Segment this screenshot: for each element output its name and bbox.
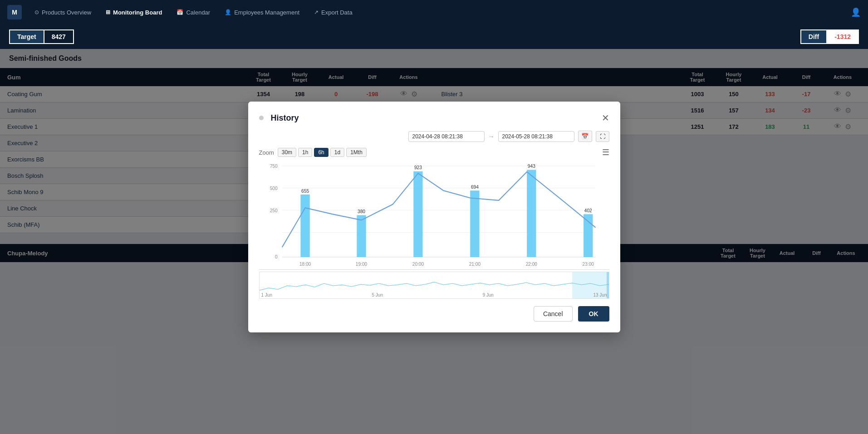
user-avatar[interactable]: 👤 — [851, 7, 861, 17]
mini-label-2: 5 Jun — [372, 293, 383, 297]
products-icon: ⊙ — [34, 9, 39, 15]
mini-chart-area[interactable]: 1 Jun 5 Jun 9 Jun 13 Jun — [259, 272, 609, 299]
svg-text:923: 923 — [414, 165, 422, 170]
cancel-button[interactable]: Cancel — [534, 306, 573, 322]
zoom-1mth[interactable]: 1Mth — [346, 148, 367, 157]
svg-rect-21 — [470, 190, 479, 257]
chart-area: 750 500 250 0 18:00 19:00 20:00 21:00 22… — [259, 161, 609, 270]
modal-header: History ✕ — [259, 112, 609, 123]
history-modal: History ✕ → 📅 ⛶ Zoom 30m 1h 6h 1d 1Mth ☰ — [248, 102, 620, 332]
target-label: Target — [10, 30, 44, 43]
chart-svg: 750 500 250 0 18:00 19:00 20:00 21:00 22… — [259, 161, 609, 269]
nav-employees[interactable]: 👤 Employees Management — [219, 6, 305, 19]
modal-dot-indicator — [259, 116, 264, 120]
target-value: 8427 — [44, 30, 73, 43]
modal-close-button[interactable]: ✕ — [602, 112, 609, 123]
svg-rect-19 — [413, 171, 422, 257]
zoom-1h[interactable]: 1h — [298, 148, 312, 157]
zoom-6h[interactable]: 6h — [314, 148, 328, 157]
nav-monitoring-board[interactable]: ⊞ Monitoring Board — [100, 6, 167, 19]
svg-rect-23 — [527, 170, 536, 257]
svg-text:250: 250 — [270, 208, 277, 213]
svg-text:750: 750 — [270, 163, 277, 169]
diff-label: Diff — [800, 29, 826, 44]
mini-label-3: 9 Jun — [482, 293, 493, 297]
svg-text:380: 380 — [358, 209, 365, 214]
calendar-picker-button[interactable]: 📅 — [578, 131, 592, 142]
svg-text:20:00: 20:00 — [412, 261, 424, 267]
diff-box: Diff -1312 — [800, 29, 859, 44]
mini-label-4: 13 Jun — [593, 293, 607, 297]
mini-label-1: 1 Jun — [261, 293, 272, 297]
svg-text:18:00: 18:00 — [299, 261, 311, 267]
svg-rect-17 — [357, 215, 366, 257]
svg-text:19:00: 19:00 — [355, 261, 367, 267]
sub-header: Target 8427 Diff -1312 — [0, 24, 868, 49]
diff-value: -1312 — [826, 29, 859, 44]
modal-overlay: History ✕ → 📅 ⛶ Zoom 30m 1h 6h 1d 1Mth ☰ — [0, 49, 868, 434]
modal-date-row: → 📅 ⛶ — [259, 131, 609, 142]
main-content: Semi-finished Goods Gum TotalTarget Hour… — [0, 49, 868, 434]
date-to-input[interactable] — [498, 131, 574, 142]
svg-text:21:00: 21:00 — [469, 261, 481, 267]
svg-text:0: 0 — [275, 254, 277, 259]
zoom-1d[interactable]: 1d — [330, 148, 344, 157]
calendar-icon: 📅 — [177, 9, 183, 15]
svg-text:943: 943 — [527, 163, 535, 169]
modal-zoom-row: Zoom 30m 1h 6h 1d 1Mth ☰ — [259, 147, 609, 157]
date-from-input[interactable] — [408, 131, 485, 142]
target-box: Target 8427 — [9, 29, 74, 44]
export-icon: ↗ — [314, 9, 319, 15]
modal-footer: Cancel OK — [259, 306, 609, 322]
fullscreen-button[interactable]: ⛶ — [596, 131, 609, 142]
svg-text:23:00: 23:00 — [582, 261, 594, 267]
svg-text:500: 500 — [270, 185, 277, 191]
top-navigation: M ⊙ Products Overview ⊞ Monitoring Board… — [0, 0, 868, 24]
employees-icon: 👤 — [225, 9, 231, 15]
ok-button[interactable]: OK — [578, 306, 609, 322]
nav-products-overview[interactable]: ⊙ Products Overview — [29, 6, 97, 19]
svg-text:694: 694 — [471, 184, 478, 190]
date-arrow-icon: → — [488, 133, 495, 140]
svg-text:22:00: 22:00 — [525, 261, 537, 267]
monitoring-icon: ⊞ — [106, 9, 110, 15]
svg-rect-25 — [584, 214, 593, 257]
nav-export[interactable]: ↗ Export Data — [309, 6, 358, 19]
app-logo: M — [7, 5, 22, 20]
nav-calendar[interactable]: 📅 Calendar — [171, 6, 216, 19]
modal-title: History — [271, 113, 299, 123]
svg-text:655: 655 — [301, 188, 309, 193]
zoom-label: Zoom — [259, 149, 274, 156]
svg-text:402: 402 — [584, 208, 592, 213]
chart-menu-icon[interactable]: ☰ — [602, 147, 609, 157]
zoom-30m[interactable]: 30m — [278, 148, 296, 157]
svg-rect-15 — [300, 195, 309, 257]
